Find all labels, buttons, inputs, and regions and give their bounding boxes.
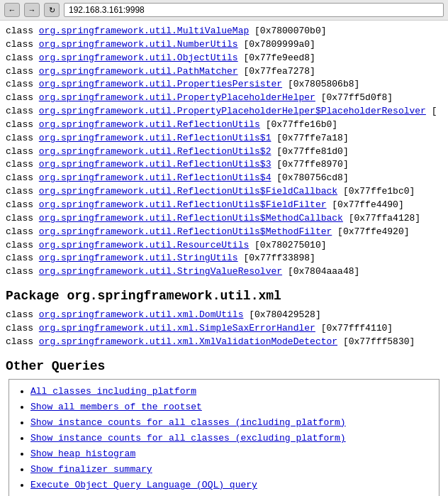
class-prefix: class — [6, 172, 39, 183]
class-address: [0x780275010] — [249, 240, 326, 250]
class-address: [0x77ffe81d0] — [271, 146, 348, 157]
list-item: class org.springframework.util.PathMatch… — [6, 65, 442, 79]
util-classes-list: class org.springframework.util.MultiValu… — [6, 25, 442, 279]
list-item: class org.springframework.util.Reflectio… — [6, 132, 442, 145]
xml-classes-list: class org.springframework.util.xml.DomUt… — [6, 309, 442, 349]
class-prefix: class — [6, 309, 39, 320]
list-item: Execute Object Query Language (OQL) quer… — [30, 478, 432, 493]
forward-button[interactable]: → — [24, 3, 40, 17]
class-link[interactable]: org.springframework.util.StringUtils — [39, 253, 238, 263]
list-item: Show heap histogram — [30, 446, 432, 462]
address-bar[interactable] — [64, 3, 444, 17]
list-item: All classes including platform — [30, 384, 432, 399]
list-item: Show instance counts for all classes (ex… — [30, 431, 432, 446]
list-item: Show finalizer summary — [30, 462, 432, 478]
class-prefix: class — [6, 253, 39, 263]
class-address: [0x77ffe1bc0] — [337, 186, 415, 197]
class-prefix: class — [6, 39, 39, 50]
query-link[interactable]: Show finalizer summary — [30, 464, 152, 475]
class-prefix: class — [6, 323, 39, 334]
class-address: [0x7809999a0] — [238, 39, 315, 50]
class-link[interactable]: org.springframework.util.ReflectionUtils… — [39, 172, 271, 183]
back-button[interactable]: ← — [4, 3, 20, 17]
class-link[interactable]: org.springframework.util.xml.DomUtils — [39, 309, 244, 320]
class-prefix: class — [6, 213, 39, 224]
query-link[interactable]: Show heap histogram — [30, 448, 135, 459]
queries-list: All classes including platformShow all m… — [16, 384, 432, 494]
class-link[interactable]: org.springframework.util.ObjectUtils — [39, 53, 238, 63]
list-item: Show all members of the rootset — [30, 399, 432, 415]
class-prefix: class — [6, 266, 39, 277]
list-item: class org.springframework.util.Reflectio… — [6, 212, 442, 226]
list-item: class org.springframework.util.Propertie… — [6, 78, 442, 92]
class-link[interactable]: org.springframework.util.PropertiesPersi… — [39, 79, 282, 89]
list-item: class org.springframework.util.Reflectio… — [6, 119, 442, 132]
class-address: [0x77fe9eed8] — [238, 53, 315, 63]
class-address: [0x7805806b8] — [282, 79, 359, 89]
list-item: Show instance counts for all classes (in… — [30, 415, 432, 431]
list-item: class org.springframework.util.xml.DomUt… — [6, 309, 442, 322]
class-address: [0x77ffe4490] — [326, 199, 403, 210]
class-link[interactable]: org.springframework.util.ReflectionUtils… — [39, 199, 327, 210]
class-prefix: class — [6, 336, 39, 347]
query-link[interactable]: Show all members of the rootset — [30, 402, 202, 412]
query-link[interactable]: Show instance counts for all classes (ex… — [30, 433, 346, 443]
class-link[interactable]: org.springframework.util.ReflectionUtils… — [39, 213, 343, 224]
class-address: [0x77fff4110] — [315, 323, 393, 334]
list-item: class org.springframework.util.StringVal… — [6, 265, 442, 279]
page-content: class org.springframework.util.MultiValu… — [0, 21, 448, 496]
class-link[interactable]: org.springframework.util.xml.XmlValidati… — [39, 336, 337, 347]
list-item: class org.springframework.util.Reflectio… — [6, 226, 442, 239]
class-address: [0x780756cd8] — [271, 172, 348, 183]
list-item: class org.springframework.util.Reflectio… — [6, 172, 442, 185]
class-prefix: class — [6, 119, 39, 130]
class-prefix: class — [6, 159, 39, 170]
other-queries-heading: Other Queries — [6, 359, 442, 373]
class-address: [0x77ffe4920] — [332, 226, 409, 237]
class-address: [0x77fff5830] — [337, 336, 415, 347]
class-link[interactable]: org.springframework.util.ResourceUtils — [39, 240, 249, 250]
list-item: class org.springframework.util.Reflectio… — [6, 185, 442, 199]
class-prefix: class — [6, 66, 39, 77]
list-item: class org.springframework.util.PropertyP… — [6, 105, 442, 119]
class-link[interactable]: org.springframework.util.PathMatcher — [39, 66, 238, 77]
class-prefix: class — [6, 199, 39, 210]
class-prefix: class — [6, 226, 39, 237]
class-link[interactable]: org.springframework.util.ReflectionUtils… — [39, 146, 271, 157]
class-link[interactable]: org.springframework.util.ReflectionUtils… — [39, 186, 337, 197]
list-item: class org.springframework.util.xml.Simpl… — [6, 322, 442, 336]
class-link[interactable]: org.springframework.util.PropertyPlaceho… — [39, 106, 426, 116]
class-prefix: class — [6, 79, 39, 89]
class-link[interactable]: org.springframework.util.PropertyPlaceho… — [39, 92, 315, 103]
class-address: [ — [426, 106, 437, 116]
class-link[interactable]: org.springframework.util.ReflectionUtils… — [39, 133, 271, 143]
class-link[interactable]: org.springframework.util.ReflectionUtils — [39, 119, 260, 130]
browser-toolbar: ← → ↻ — [0, 0, 448, 21]
query-link[interactable]: All classes including platform — [30, 386, 196, 397]
class-prefix: class — [6, 186, 39, 197]
class-address: [0x77ffe7a18] — [271, 133, 348, 143]
class-address: [0x77ffe16b0] — [260, 119, 337, 130]
list-item: class org.springframework.util.Reflectio… — [6, 158, 442, 172]
list-item: class org.springframework.util.Reflectio… — [6, 199, 442, 212]
class-link[interactable]: org.springframework.util.xml.SimpleSaxEr… — [39, 323, 315, 334]
class-prefix: class — [6, 133, 39, 143]
class-link[interactable]: org.springframework.util.StringValueReso… — [39, 266, 282, 277]
class-address: [0x7800070b0] — [249, 26, 326, 36]
class-prefix: class — [6, 146, 39, 157]
class-prefix: class — [6, 106, 39, 116]
list-item: class org.springframework.util.xml.XmlVa… — [6, 336, 442, 349]
class-address: [0x77ffe8970] — [271, 159, 348, 170]
class-link[interactable]: org.springframework.util.ReflectionUtils… — [39, 159, 271, 170]
queries-box: All classes including platformShow all m… — [9, 379, 439, 496]
class-address: [0x780429528] — [243, 309, 320, 320]
class-link[interactable]: org.springframework.util.MultiValueMap — [39, 26, 249, 36]
query-link[interactable]: Execute Object Query Language (OQL) quer… — [30, 480, 257, 490]
query-link[interactable]: Show instance counts for all classes (in… — [30, 417, 346, 428]
class-link[interactable]: org.springframework.util.NumberUtils — [39, 39, 238, 50]
list-item: class org.springframework.util.Reflectio… — [6, 145, 442, 159]
list-item: class org.springframework.util.MultiValu… — [6, 25, 442, 38]
list-item: class org.springframework.util.StringUti… — [6, 252, 442, 265]
refresh-button[interactable]: ↻ — [44, 3, 60, 17]
class-link[interactable]: org.springframework.util.ReflectionUtils… — [39, 226, 332, 237]
